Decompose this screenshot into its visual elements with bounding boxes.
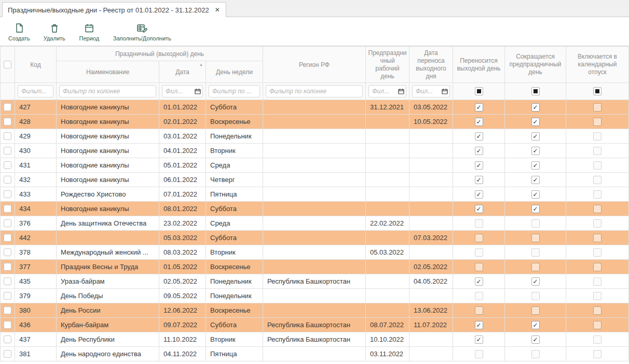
cell-checkbox[interactable] bbox=[531, 103, 540, 111]
close-icon[interactable]: ✕ bbox=[214, 6, 221, 13]
cell-checkbox[interactable] bbox=[593, 147, 601, 155]
period-button[interactable]: Период bbox=[79, 22, 100, 41]
calendar-icon[interactable] bbox=[398, 88, 404, 96]
transferred-filter-checkbox[interactable] bbox=[475, 87, 483, 95]
table-row[interactable]: 378Международный женский ...08.03.2022Вт… bbox=[1, 245, 629, 260]
cell-checkbox[interactable] bbox=[531, 321, 540, 329]
cell-checkbox[interactable] bbox=[593, 350, 601, 358]
cell-checkbox[interactable] bbox=[593, 219, 601, 228]
fill-append-button[interactable]: Заполнить/Дополнить bbox=[113, 22, 171, 41]
row-select-checkbox[interactable] bbox=[4, 103, 11, 111]
table-row[interactable]: 380День России12.06.2022Воскресенье13.06… bbox=[1, 303, 629, 318]
cell-checkbox[interactable] bbox=[593, 132, 601, 141]
row-select-checkbox[interactable] bbox=[4, 277, 11, 285]
cell-checkbox[interactable] bbox=[593, 263, 601, 271]
row-select-checkbox[interactable] bbox=[4, 161, 11, 169]
cell-checkbox[interactable] bbox=[475, 190, 483, 199]
cell-checkbox[interactable] bbox=[475, 103, 483, 111]
cell-checkbox[interactable] bbox=[475, 350, 483, 358]
row-select-checkbox[interactable] bbox=[4, 234, 11, 242]
col-header-code[interactable]: Код bbox=[15, 47, 57, 83]
col-header-transfer-date[interactable]: Дата переноса выходного дня bbox=[409, 47, 453, 83]
row-select-checkbox[interactable] bbox=[4, 248, 11, 256]
cell-checkbox[interactable] bbox=[593, 234, 601, 242]
row-select-checkbox[interactable] bbox=[4, 147, 11, 155]
cell-checkbox[interactable] bbox=[531, 306, 540, 315]
table-row[interactable]: 379День Победы09.05.2022Понедельник bbox=[1, 289, 629, 303]
row-select-checkbox[interactable] bbox=[4, 219, 11, 227]
cell-checkbox[interactable] bbox=[593, 335, 601, 344]
col-header-date[interactable]: Дата ▲ bbox=[159, 61, 206, 83]
cell-checkbox[interactable] bbox=[475, 161, 483, 170]
cell-checkbox[interactable] bbox=[475, 205, 483, 213]
row-select-checkbox[interactable] bbox=[4, 292, 11, 300]
row-select-checkbox[interactable] bbox=[4, 118, 11, 125]
cell-checkbox[interactable] bbox=[475, 277, 483, 286]
cell-checkbox[interactable] bbox=[475, 248, 483, 257]
create-button[interactable]: Создать bbox=[8, 22, 30, 41]
row-select-checkbox[interactable] bbox=[4, 321, 11, 329]
cell-checkbox[interactable] bbox=[593, 161, 601, 170]
table-row[interactable]: 376День защитника Отечества23.02.2022Сре… bbox=[1, 216, 629, 231]
region-filter-input[interactable] bbox=[266, 85, 363, 97]
cell-checkbox[interactable] bbox=[475, 292, 483, 300]
cell-checkbox[interactable] bbox=[593, 277, 601, 286]
col-header-preholiday[interactable]: Предпраздничный рабочий день bbox=[366, 47, 409, 83]
row-select-checkbox[interactable] bbox=[4, 190, 11, 198]
row-select-checkbox[interactable] bbox=[4, 132, 11, 140]
cell-checkbox[interactable] bbox=[531, 350, 540, 358]
calendar-icon[interactable] bbox=[442, 88, 448, 96]
weekday-filter-input[interactable] bbox=[209, 85, 260, 97]
cell-checkbox[interactable] bbox=[531, 118, 540, 126]
row-select-checkbox[interactable] bbox=[4, 263, 11, 271]
table-row[interactable]: 433Рождество Христово07.01.2022Пятница bbox=[1, 187, 629, 202]
cell-checkbox[interactable] bbox=[531, 234, 540, 242]
cell-checkbox[interactable] bbox=[475, 263, 483, 271]
vacation-filter-checkbox[interactable] bbox=[593, 87, 601, 95]
table-row[interactable]: 430Новогодние каникулы04.01.2022Вторник bbox=[1, 144, 629, 158]
cell-checkbox[interactable] bbox=[593, 103, 601, 111]
shortened-filter-checkbox[interactable] bbox=[531, 87, 540, 95]
cell-checkbox[interactable] bbox=[593, 306, 601, 315]
table-row[interactable]: 432Новогодние каникулы06.01.2022Четверг bbox=[1, 173, 629, 187]
calendar-icon[interactable] bbox=[195, 88, 201, 96]
row-select-checkbox[interactable] bbox=[4, 306, 11, 314]
table-row[interactable]: 434Новогодние каникулы08.01.2022Суббота bbox=[1, 202, 629, 216]
table-row[interactable]: 429Новогодние каникулы03.01.2022Понедель… bbox=[1, 129, 629, 144]
table-row[interactable]: 44205.03.2022Суббота07.03.2022 bbox=[1, 231, 629, 245]
cell-checkbox[interactable] bbox=[593, 205, 601, 213]
cell-checkbox[interactable] bbox=[531, 335, 540, 344]
cell-checkbox[interactable] bbox=[593, 292, 601, 300]
row-select-checkbox[interactable] bbox=[4, 205, 11, 213]
cell-checkbox[interactable] bbox=[531, 161, 540, 170]
cell-checkbox[interactable] bbox=[531, 147, 540, 155]
cell-checkbox[interactable] bbox=[593, 190, 601, 199]
cell-checkbox[interactable] bbox=[475, 234, 483, 242]
cell-checkbox[interactable] bbox=[531, 176, 540, 184]
cell-checkbox[interactable] bbox=[531, 263, 540, 271]
cell-checkbox[interactable] bbox=[531, 219, 540, 228]
col-header-transferred[interactable]: Переносится выходной день bbox=[453, 47, 505, 83]
table-row[interactable]: 437День Республики11.10.2022ВторникРеспу… bbox=[1, 332, 629, 347]
col-header-weekday[interactable]: День недели bbox=[206, 61, 263, 83]
cell-checkbox[interactable] bbox=[475, 118, 483, 126]
tab-holidays-registry[interactable]: Праздничные/выходные дни - Реестр от 01.… bbox=[2, 2, 226, 17]
table-row[interactable]: 436Курбан-байрам09.07.2022СубботаРеспубл… bbox=[1, 318, 629, 332]
table-row[interactable]: 427Новогодние каникулы01.01.2022Суббота3… bbox=[1, 100, 629, 115]
row-select-checkbox[interactable] bbox=[4, 350, 11, 358]
cell-checkbox[interactable] bbox=[593, 321, 601, 329]
cell-checkbox[interactable] bbox=[475, 219, 483, 228]
cell-checkbox[interactable] bbox=[475, 147, 483, 155]
cell-checkbox[interactable] bbox=[593, 248, 601, 257]
cell-checkbox[interactable] bbox=[475, 132, 483, 141]
table-row[interactable]: 435Ураза-байрам02.05.2022ПонедельникРесп… bbox=[1, 274, 629, 289]
row-select-checkbox[interactable] bbox=[4, 335, 11, 343]
cell-checkbox[interactable] bbox=[531, 132, 540, 141]
cell-checkbox[interactable] bbox=[593, 118, 601, 126]
cell-checkbox[interactable] bbox=[531, 205, 540, 213]
cell-checkbox[interactable] bbox=[475, 306, 483, 315]
name-filter-input[interactable] bbox=[59, 85, 156, 97]
cell-checkbox[interactable] bbox=[475, 176, 483, 184]
delete-button[interactable]: Удалить bbox=[44, 22, 65, 41]
table-row[interactable]: 377Праздник Весны и Труда01.05.2022Воскр… bbox=[1, 260, 629, 274]
